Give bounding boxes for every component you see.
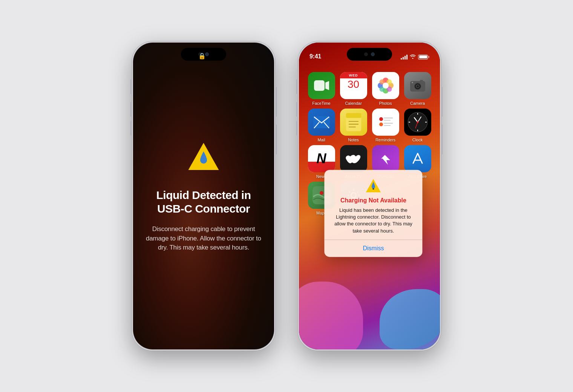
alert-warning-icon [365, 178, 381, 194]
sensor-dot [364, 52, 368, 56]
camera-lens-2 [371, 52, 375, 56]
app-icon-calendar[interactable]: WED 30 Calendar [339, 72, 368, 106]
phone-2: 9:41 [298, 41, 441, 351]
svg-point-41 [320, 191, 323, 195]
signal-bars-icon [401, 54, 408, 60]
bg-decoration-1 [299, 282, 363, 349]
app-icon-photos[interactable]: Photos [371, 72, 400, 106]
dynamic-island-1: 🔒 [181, 48, 226, 61]
svg-rect-15 [420, 80, 423, 82]
svg-rect-23 [377, 113, 395, 131]
svg-rect-0 [314, 80, 325, 91]
phone1-screen: 🔒 Liquid Detected in USB-C Connector Dis… [133, 43, 274, 349]
warning-triangle-icon [187, 139, 221, 173]
svg-rect-19 [346, 113, 361, 118]
app-icon-notes[interactable]: Notes [339, 109, 368, 142]
app-icon-camera[interactable]: Camera [403, 72, 432, 106]
alert-dismiss-button[interactable]: Dismiss [324, 240, 422, 257]
svg-marker-1 [325, 81, 329, 90]
svg-point-38 [417, 121, 418, 123]
svg-point-27 [379, 122, 383, 126]
alert-body: Liquid has been detected in the Lightnin… [331, 207, 415, 234]
svg-point-10 [383, 83, 389, 89]
dynamic-island-2 [347, 48, 392, 61]
svg-point-16 [412, 82, 413, 83]
app-icon-clock[interactable]: Clock [403, 109, 432, 142]
svg-point-14 [416, 85, 419, 88]
alert-title: Charging Not Available [340, 197, 406, 204]
phone-1: 🔒 Liquid Detected in USB-C Connector Dis… [132, 41, 275, 351]
svg-point-24 [379, 117, 383, 121]
alert-dialog: Charging Not Available Liquid has been d… [324, 170, 422, 257]
bg-decoration-2 [380, 289, 440, 349]
phone2-screen: 9:41 [299, 43, 440, 349]
app-icon-reminders[interactable]: Reminders [371, 109, 400, 142]
app-icon-facetime[interactable]: FaceTime [306, 72, 336, 106]
calendar-day: WED [340, 72, 367, 78]
phone1-alert-title: Liquid Detected in USB-C Connector [145, 188, 262, 216]
calendar-date: 30 [348, 79, 359, 90]
phone1-alert-body: Disconnect charging cable to prevent dam… [145, 225, 262, 253]
status-time: 9:41 [309, 53, 321, 60]
lock-icon: 🔒 [198, 52, 202, 56]
status-icons [401, 54, 429, 60]
app-icon-mail[interactable]: Mail [306, 109, 336, 142]
camera-lens-1 [205, 52, 209, 56]
alert-content: Charging Not Available Liquid has been d… [324, 170, 422, 240]
wifi-icon [410, 54, 416, 60]
battery-icon [418, 55, 429, 60]
